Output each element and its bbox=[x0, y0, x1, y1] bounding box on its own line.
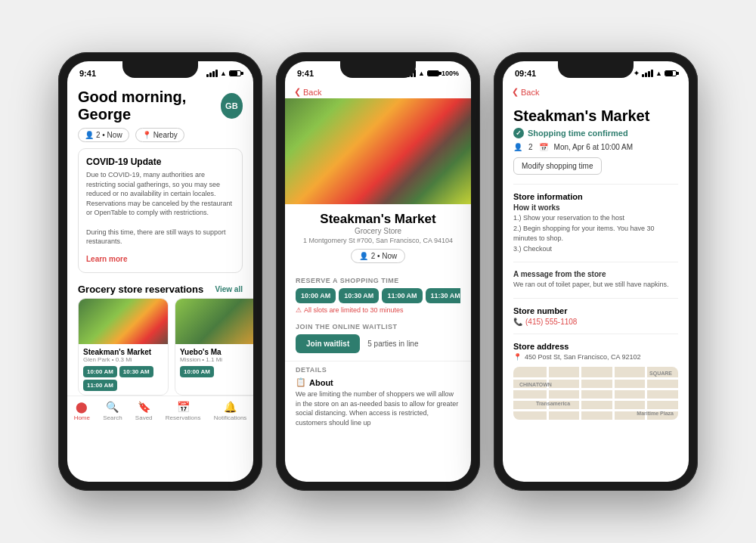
map-label-square: SQUARE bbox=[649, 371, 672, 376]
phone-home: 9:41 ▲ Good morning, George bbox=[58, 52, 262, 491]
confirmed-text: Shopping time confirmed bbox=[528, 129, 628, 138]
waitlist-count: 5 parties in line bbox=[367, 340, 418, 348]
store-image-1 bbox=[79, 299, 168, 344]
time-slot-1030[interactable]: 10:30 AM bbox=[339, 288, 379, 303]
waitlist-row: Join waitlist 5 parties in line bbox=[296, 334, 460, 353]
time-slot-1000[interactable]: 10:00 AM bbox=[296, 288, 336, 303]
nav-home-label: Home bbox=[74, 414, 90, 421]
party-filter[interactable]: 👤 2 • Now bbox=[78, 128, 129, 142]
store-number-title: Store number bbox=[513, 306, 678, 315]
filter-row: 👤 2 • Now 📍 Nearby bbox=[67, 128, 253, 148]
slot-1-2[interactable]: 10:30 AM bbox=[119, 366, 153, 377]
about-icon: 📋 bbox=[296, 377, 306, 387]
store-address-title: Store address bbox=[513, 342, 678, 351]
modify-button[interactable]: Modify shopping time bbox=[513, 157, 602, 175]
divider-2 bbox=[513, 262, 678, 262]
nav-reservations[interactable]: 📅 Reservations bbox=[166, 401, 201, 421]
store-detail-addr: 1 Montgomery St #700, San Francisco, CA … bbox=[296, 237, 460, 244]
time-slots-1: 10:00 AM 10:30 AM 11:00 AM bbox=[83, 366, 163, 391]
greeting: Good morning, George bbox=[78, 88, 221, 123]
waitlist-section: JOIN THE ONLINE WAITLIST Join waitlist 5… bbox=[285, 318, 471, 358]
notch-2 bbox=[340, 61, 416, 78]
time-slot-1100[interactable]: 11:00 AM bbox=[382, 288, 422, 303]
waitlist-label: JOIN THE ONLINE WAITLIST bbox=[296, 323, 460, 330]
meta-party: 2 bbox=[528, 143, 533, 151]
store-name-1: Steakman's Market bbox=[83, 348, 163, 356]
store-detail-name: Steakman's Market bbox=[296, 212, 460, 227]
battery-icon bbox=[229, 70, 241, 76]
party-chip-icon: 👤 bbox=[359, 252, 368, 260]
back-label-3: Back bbox=[521, 88, 539, 97]
store-location-1: Glen Park • 0.3 Mi bbox=[83, 356, 163, 363]
store-card-2[interactable]: Yuebo's Ma Mission • 1.1 Mi 10:00 AM bbox=[175, 298, 253, 396]
stores-section-header: Grocery store reservations View all bbox=[67, 279, 253, 298]
time-slot-1130[interactable]: 11:30 AM bbox=[426, 288, 460, 303]
battery-icon-3 bbox=[665, 70, 677, 76]
phone-detail-screen: 9:41 ▲ 100% ❮ bbox=[285, 61, 471, 482]
back-button-2[interactable]: ❮ Back bbox=[285, 82, 471, 98]
bottom-nav: ⬤ Home 🔍 Search 🔖 Saved 📅 Reservations bbox=[67, 396, 253, 427]
confirmed-badge: ✓ Shopping time confirmed bbox=[513, 128, 678, 138]
wifi-icon-2: ▲ bbox=[418, 70, 425, 77]
nav-notifications[interactable]: 🔔 Notifications bbox=[214, 401, 247, 421]
covid-card: COVID-19 Update Due to COVID-19, many au… bbox=[78, 148, 243, 273]
signal-icon bbox=[206, 70, 218, 77]
wifi-icon: ▲ bbox=[220, 70, 227, 77]
store-phone[interactable]: 📞 (415) 555-1108 bbox=[513, 318, 678, 326]
slot-2-1[interactable]: 10:00 AM bbox=[180, 366, 214, 377]
calendar-icon: 📅 bbox=[539, 143, 548, 151]
phone-store-detail: 9:41 ▲ 100% ❮ bbox=[276, 52, 480, 491]
search-icon: 🔍 bbox=[106, 401, 119, 413]
nav-saved[interactable]: 🔖 Saved bbox=[135, 401, 153, 421]
slot-limit-note: ⚠ All slots are limited to 30 minutes bbox=[296, 306, 460, 314]
party-icon: 👤 bbox=[85, 131, 94, 139]
nav-notifications-label: Notifications bbox=[214, 414, 247, 421]
nav-home[interactable]: ⬤ Home bbox=[74, 401, 90, 421]
battery-icon-2 bbox=[427, 70, 439, 76]
store-info-section: Store information How it works 1.) Show … bbox=[503, 189, 689, 257]
message-title: A message from the store bbox=[513, 270, 678, 278]
check-icon: ✓ bbox=[513, 128, 524, 138]
divider-1 bbox=[513, 184, 678, 185]
message-text: We ran out of toilet paper, but we still… bbox=[513, 280, 678, 290]
divider-3 bbox=[513, 298, 678, 299]
notifications-icon: 🔔 bbox=[224, 401, 237, 413]
battery-percent: 100% bbox=[442, 70, 459, 77]
slot-1-3[interactable]: 11:00 AM bbox=[83, 380, 117, 391]
store-card-1[interactable]: Steakman's Market Glen Park • 0.3 Mi 10:… bbox=[78, 298, 169, 396]
store-info-title: Store information bbox=[513, 192, 678, 201]
join-waitlist-button[interactable]: Join waitlist bbox=[296, 334, 360, 353]
nav-search[interactable]: 🔍 Search bbox=[103, 401, 122, 421]
reserve-label: RESERVE A SHOPPING TIME bbox=[296, 277, 460, 284]
map-preview[interactable]: SQUARE CHINATOWN Transamerica Maritime P… bbox=[513, 367, 678, 420]
phone-confirmation: 09:41 ✦ ▲ ❮ bbox=[494, 52, 698, 491]
confirm-header: Steakman's Market ✓ Shopping time confir… bbox=[503, 98, 689, 179]
map-label-transamerica: Transamerica bbox=[536, 401, 570, 406]
store-detail-type: Grocery Store bbox=[296, 227, 460, 235]
time-3: 09:41 bbox=[515, 69, 536, 78]
about-title: 📋 About bbox=[296, 377, 460, 387]
phone-icon: 📞 bbox=[513, 318, 522, 326]
nav-saved-label: Saved bbox=[135, 414, 153, 421]
warning-icon: ⚠ bbox=[296, 306, 302, 314]
slot-1-1[interactable]: 10:00 AM bbox=[83, 366, 117, 377]
covid-title: COVID-19 Update bbox=[86, 157, 234, 167]
about-text: We are limiting the number of shoppers w… bbox=[296, 389, 460, 427]
notch-3 bbox=[558, 61, 634, 78]
details-section: DETAILS 📋 About We are limiting the numb… bbox=[285, 361, 471, 432]
store-name-2: Yuebo's Ma bbox=[180, 348, 253, 356]
divider-4 bbox=[513, 334, 678, 334]
details-label: DETAILS bbox=[296, 366, 460, 374]
learn-more-link[interactable]: Learn more bbox=[86, 255, 127, 263]
location-filter[interactable]: 📍 Nearby bbox=[135, 128, 184, 142]
nav-reservations-label: Reservations bbox=[166, 414, 201, 421]
view-all-link[interactable]: View all bbox=[215, 285, 243, 293]
stores-section-title: Grocery store reservations bbox=[78, 284, 203, 295]
store-info-1: Steakman's Market Glen Park • 0.3 Mi 10:… bbox=[79, 344, 168, 395]
confirm-store-name: Steakman's Market bbox=[513, 107, 678, 125]
map-label-maritime: Maritime Plaza bbox=[637, 411, 674, 416]
back-button-3[interactable]: ❮ Back bbox=[503, 82, 689, 98]
party-chip[interactable]: 👤 2 • Now bbox=[351, 249, 406, 263]
avatar[interactable]: GB bbox=[221, 93, 243, 119]
back-label-2: Back bbox=[303, 88, 321, 97]
